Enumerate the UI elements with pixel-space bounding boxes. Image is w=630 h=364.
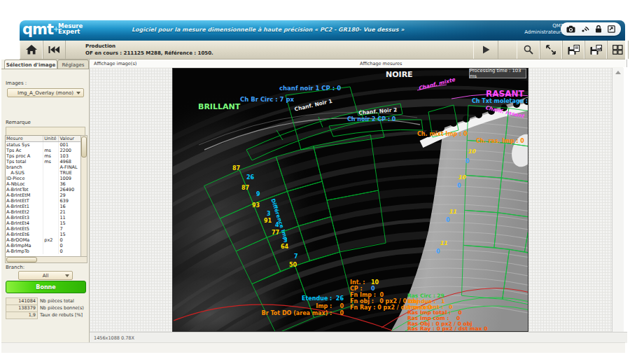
image-annotation: 11 (449, 209, 456, 215)
window-bottom-strip (1, 342, 625, 353)
table-row[interactable]: A-BrDOMapx20 (6, 237, 81, 243)
tab-affichage-images[interactable]: Affichage image(s) (90, 59, 360, 67)
table-header[interactable]: Unité (43, 136, 59, 142)
table-cell: Tps proc A (6, 153, 43, 159)
table-cell: 15 (59, 220, 81, 226)
tab-reglages[interactable]: Réglages (57, 59, 89, 69)
title-banner: qmt+ Mesure Expert Logiciel pour la mesu… (20, 20, 625, 41)
search-button[interactable] (517, 41, 540, 59)
camera-image[interactable]: Processing time : 103 ms BRILLANTNOIRERA… (172, 68, 528, 332)
fullscreen-button[interactable] (539, 41, 563, 59)
table-cell: 2200 (59, 148, 81, 153)
canvas-vscrollbar[interactable] (612, 68, 624, 332)
table-cell: A-BrIntEt4 (6, 220, 43, 226)
measure-table[interactable]: MesureUnitéValeur status Sys001Tps Acms2… (5, 135, 82, 257)
table-hscrollbar[interactable] (5, 256, 88, 263)
table-row[interactable]: A-SUSTRUE (6, 170, 81, 176)
image-annotation: Int. : (350, 280, 365, 286)
image-annotation: BRILLANT (198, 103, 240, 111)
table-cell: 639 (59, 198, 81, 204)
table-cell: A-BrImpTo (6, 248, 43, 254)
table-cell (43, 198, 59, 204)
camera-icon[interactable] (566, 25, 575, 33)
image-annotation: NOIRE (386, 71, 413, 78)
table-cell: 15 (59, 232, 81, 237)
branch-label: Branch: (6, 265, 24, 270)
table-row[interactable]: A-BrIntEtT639 (6, 198, 81, 204)
window-switch-icon[interactable] (608, 25, 615, 33)
image-annotation: Imp : 0 (316, 304, 344, 309)
stat-label: Nb pièces bonne(s) (40, 305, 84, 311)
tile-grid-icon (612, 45, 623, 55)
table-cell: A-BrIntEt6 (6, 232, 43, 237)
save-file-button[interactable] (561, 41, 585, 59)
image-dropdown[interactable]: Img_A_Overlay (mono) (7, 88, 84, 97)
image-annotation: 50 (289, 262, 297, 268)
home-button[interactable] (20, 41, 43, 59)
table-row[interactable]: A-BrImpTo0 (6, 248, 81, 254)
image-annotation: 10 (371, 280, 379, 286)
table-cell: A-BrIntEt5 (6, 226, 43, 232)
scroll-up-icon (615, 71, 621, 74)
table-cell: px2 (43, 237, 59, 243)
image-annotation: 4 (275, 223, 279, 228)
stat-label: Taux de rebuts [%] (40, 312, 83, 318)
table-vscrollbar[interactable] (80, 135, 88, 257)
table-vscroll-thumb[interactable] (81, 136, 87, 158)
chevron-down-icon (76, 92, 80, 94)
table-cell: 0 (59, 237, 81, 243)
table-row[interactable]: A-BrIntEt311 (6, 215, 81, 220)
image-annotation: 91 (264, 218, 272, 224)
branch-dropdown[interactable]: All (18, 271, 73, 280)
lock-icon[interactable] (595, 25, 602, 33)
table-row[interactable]: ID-Piece1009 (6, 176, 81, 181)
table-cell: 4968 (59, 159, 81, 164)
table-cell (43, 209, 59, 215)
table-header[interactable]: Valeur (59, 136, 81, 142)
signal-icon[interactable] (581, 25, 589, 33)
play-button[interactable] (473, 41, 498, 59)
table-row[interactable]: Tps proc Ams103 (6, 153, 81, 159)
table-cell: Tps total (6, 159, 43, 164)
chevron-down-icon (65, 274, 69, 277)
image-annotation: 87 (241, 186, 249, 191)
table-cell (43, 226, 59, 232)
app-window: { "banner": { "brand": "qmt", "brand_lin… (0, 0, 630, 364)
table-row[interactable]: A-BrIntEt615 (6, 232, 81, 237)
stat-label: Nb pièces total (40, 298, 74, 304)
table-row[interactable]: A-BrIntEt415 (6, 220, 81, 226)
table-row[interactable]: A-BrIntEt221 (6, 209, 81, 215)
table-row[interactable]: A-BrIntEt57 (6, 226, 81, 232)
table-row[interactable]: Tps Acms2200 (6, 148, 81, 153)
image-annotation: 3 (284, 238, 288, 244)
table-row[interactable]: Tps totalms4968 (6, 159, 81, 164)
image-annotation: Ch. ras. Imp : 0 (476, 139, 524, 144)
stat-row: 141084Nb pièces total (6, 298, 74, 304)
table-header[interactable]: Mesure (6, 136, 43, 142)
table-hscroll-thumb[interactable] (6, 257, 37, 262)
table-cell (43, 248, 59, 254)
table-cell (43, 142, 59, 148)
status-button[interactable]: Bonne (6, 281, 86, 293)
table-row[interactable]: A-BrIntEtM29 (6, 192, 81, 198)
home-icon (26, 45, 37, 55)
table-row[interactable]: status Sys001 (6, 142, 81, 148)
table-row[interactable]: branchA-FINAL (6, 164, 81, 170)
tab-selection-image[interactable]: Sélection d'image (4, 59, 57, 69)
play-icon (482, 46, 490, 54)
save-image-button[interactable] (584, 41, 608, 59)
table-row[interactable]: A-BrIntTot26490 (6, 187, 81, 192)
layout-grid-button[interactable] (606, 41, 629, 59)
table-row[interactable]: A-BrImpMa0 (6, 243, 81, 248)
production-label: Production (85, 43, 214, 50)
rewind-icon (48, 46, 59, 54)
rewind-button[interactable] (42, 41, 66, 59)
search-icon (524, 45, 533, 55)
table-cell (43, 232, 59, 237)
main-toolbar: Production OF en cours : 211125 M288, Ré… (20, 41, 625, 59)
table-row[interactable]: A-NbLoc36 (6, 181, 81, 187)
table-cell: ms (43, 159, 59, 164)
image-annotation: 93 (252, 203, 260, 209)
table-row[interactable]: A-BrIntEt116 (6, 204, 81, 209)
tab-affichage-mesures[interactable]: Affichage mesures (356, 59, 627, 67)
